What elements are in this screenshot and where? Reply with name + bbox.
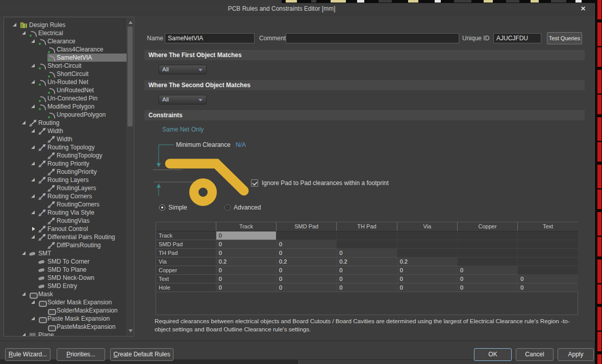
matrix-cell[interactable] [518, 257, 578, 266]
matrix-cell[interactable] [457, 240, 517, 248]
matrix-cell[interactable]: 0 [518, 283, 578, 292]
rule-wizard-button[interactable]: Rule Wizard... [5, 348, 51, 361]
matrix-cell[interactable] [397, 240, 457, 248]
expander-expanded-icon[interactable] [30, 192, 38, 200]
matrix-cell[interactable]: 0 [216, 283, 276, 292]
expander-expanded-icon[interactable] [30, 233, 38, 241]
matrix-cell[interactable]: 0.2 [216, 257, 276, 266]
matrix-cell[interactable]: 0 [277, 266, 337, 274]
matrix-cell[interactable]: 0 [457, 274, 517, 283]
tree-item-width[interactable]: Width [4, 127, 127, 135]
matrix-cell[interactable]: 0 [397, 266, 457, 274]
tree-item-routing-corners[interactable]: Routing Corners [4, 192, 127, 200]
tree-item-differential-pairs-routing[interactable]: Differential Pairs Routing [4, 233, 127, 241]
matrix-cell[interactable]: 0 [216, 248, 276, 257]
tree-item-shortcircuit[interactable]: ShortCircuit [4, 70, 127, 78]
matrix-cell[interactable]: 0 [277, 248, 337, 257]
tree-item-routinglayers[interactable]: RoutingLayers [4, 184, 127, 192]
expander-collapsed-icon[interactable] [30, 225, 38, 233]
matrix-cell[interactable] [518, 240, 578, 248]
first-object-dropdown[interactable]: All [159, 65, 207, 74]
tree-item-solder-mask-expansion[interactable]: Solder Mask Expansion [4, 298, 127, 306]
expander-expanded-icon[interactable] [30, 315, 38, 323]
matrix-cell[interactable]: 0 [337, 266, 397, 274]
tree-item-paste-mask-expansion[interactable]: Paste Mask Expansion [4, 315, 127, 323]
expander-expanded-icon[interactable] [30, 37, 38, 45]
matrix-cell[interactable] [518, 231, 578, 240]
matrix-cell[interactable]: 0 [457, 266, 517, 274]
matrix-cell[interactable] [518, 248, 578, 257]
matrix-cell[interactable]: 0.2 [277, 257, 337, 266]
simple-radio[interactable] [159, 204, 165, 211]
expander-expanded-icon[interactable] [30, 102, 38, 111]
tree-item-routing-topology[interactable]: Routing Topology [4, 143, 127, 151]
matrix-cell[interactable] [457, 248, 517, 257]
tree-item-routing-priority[interactable]: Routing Priority [4, 160, 127, 168]
expander-expanded-icon[interactable] [11, 21, 20, 29]
expander-expanded-icon[interactable] [30, 127, 38, 135]
ignore-pad-checkbox[interactable] [251, 179, 258, 187]
tree-item-samenetvia[interactable]: SameNetVIA [4, 54, 127, 62]
matrix-cell[interactable] [518, 266, 578, 274]
scroll-up-icon[interactable] [129, 21, 133, 24]
matrix-cell[interactable] [397, 231, 457, 240]
tree-item-unroutednet[interactable]: UnRoutedNet [4, 86, 127, 94]
matrix-cell[interactable] [457, 231, 517, 240]
tree-item-design-rules[interactable]: Design Rules [4, 21, 127, 29]
expander-expanded-icon[interactable] [30, 298, 38, 306]
ok-button[interactable]: OK [474, 348, 512, 361]
matrix-cell[interactable]: 0 [397, 283, 457, 292]
matrix-cell[interactable]: 0 [518, 274, 578, 283]
expander-expanded-icon[interactable] [30, 209, 38, 217]
matrix-cell[interactable]: 0 [337, 283, 397, 292]
priorities-button[interactable]: Priorities... [57, 348, 105, 361]
tree-item-width[interactable]: Width [4, 135, 127, 143]
matrix-cell[interactable]: 0 [457, 283, 517, 292]
expander-expanded-icon[interactable] [20, 29, 29, 37]
matrix-cell[interactable]: 0.2 [337, 257, 397, 266]
tree-item-pastemaskexpansion[interactable]: PasteMaskExpansion [4, 323, 127, 331]
tree-item-plane[interactable]: Plane [4, 331, 127, 336]
tree-item-clearance[interactable]: Clearance [4, 37, 127, 45]
tree-item-short-circuit[interactable]: Short-Circuit [4, 62, 127, 70]
tree-item-routingvias[interactable]: RoutingVias [4, 217, 127, 225]
expander-expanded-icon[interactable] [20, 249, 29, 257]
matrix-cell[interactable]: 0 [397, 274, 457, 283]
tree-item-modified-polygon[interactable]: Modified Polygon [4, 102, 127, 111]
tree-item-electrical[interactable]: Electrical [4, 29, 127, 37]
expander-expanded-icon[interactable] [30, 176, 38, 184]
matrix-cell[interactable]: 0 [277, 283, 337, 292]
advanced-radio[interactable] [224, 204, 231, 211]
expander-expanded-icon[interactable] [30, 78, 38, 86]
tree-item-routingpriority[interactable]: RoutingPriority [4, 168, 127, 176]
matrix-cell[interactable]: 0 [216, 274, 276, 283]
tree-item-mask[interactable]: Mask [4, 290, 127, 298]
matrix-cell[interactable]: 0 [277, 274, 337, 283]
close-icon[interactable]: ✕ [579, 5, 587, 13]
matrix-cell[interactable] [337, 231, 397, 240]
tree-item-smt[interactable]: SMT [4, 249, 127, 257]
tree-item-soldermaskexpansion[interactable]: SolderMaskExpansion [4, 306, 127, 315]
expander-expanded-icon[interactable] [20, 290, 29, 298]
matrix-cell[interactable] [337, 240, 397, 248]
scrollbar-thumb[interactable] [128, 27, 133, 126]
title-bar[interactable]: PCB Rules and Constraints Editor [mm] ✕ [0, 3, 594, 15]
test-queries-button[interactable]: Test Queries [547, 32, 582, 44]
expander-expanded-icon[interactable] [20, 331, 29, 336]
tree-item-diffpairsrouting[interactable]: DiffPairsRouting [4, 241, 127, 249]
tree-scrollbar[interactable] [127, 18, 133, 335]
tree-item-routing-layers[interactable]: Routing Layers [4, 176, 127, 184]
unique-id-input[interactable]: AJUCJFDU [493, 33, 541, 43]
tree-item-smd-neck-down[interactable]: SMD Neck-Down [4, 274, 127, 282]
apply-button[interactable]: Apply [558, 348, 594, 361]
tree-item-routingtopology[interactable]: RoutingTopology [4, 151, 127, 160]
tree-item-routing[interactable]: Routing [4, 119, 127, 127]
expander-expanded-icon[interactable] [30, 62, 38, 70]
matrix-cell[interactable] [277, 231, 337, 240]
tree-item-un-routed-net[interactable]: Un-Routed Net [4, 78, 127, 86]
create-default-rules-button[interactable]: Create Default Rules [110, 348, 173, 361]
tree-item-routingcorners[interactable]: RoutingCorners [4, 200, 127, 209]
tree-item-smd-entry[interactable]: SMD Entry [4, 282, 127, 290]
matrix-cell[interactable]: 0.2 [397, 257, 457, 266]
expander-expanded-icon[interactable] [30, 143, 38, 151]
